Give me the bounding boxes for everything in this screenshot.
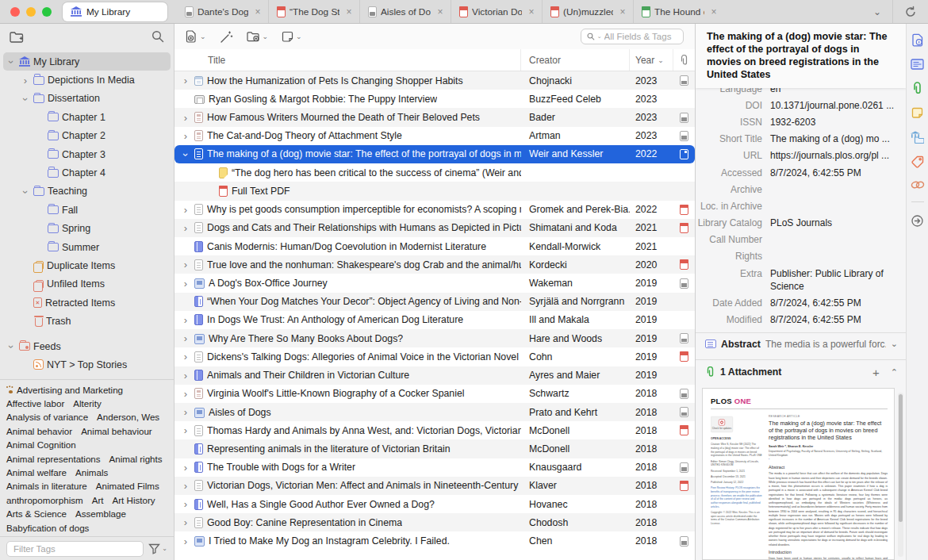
field-value[interactable]: 8/7/2024, 6:42:55 PM [770,313,898,326]
item-row[interactable]: ›In Dogs We Trust: An Anthology of Ameri… [174,311,695,329]
tag-item[interactable]: Animal welfare [6,467,67,478]
sidebar-item-unfiled-items[interactable]: ›Unfiled Items [3,275,171,293]
sidebar-item-feeds[interactable]: ›Feeds [3,337,171,355]
field-value[interactable] [770,250,898,263]
sidebar-item-chapter-2[interactable]: ›Chapter 2 [3,127,171,145]
item-row[interactable]: ›The making of a (dog) movie star: The e… [174,145,695,163]
tag-item[interactable]: Animal Cognition [6,439,76,450]
tag-item[interactable]: Affective labor [6,398,64,408]
attachments-icon[interactable] [911,82,923,95]
item-row[interactable]: ›How the Humanization of Pets Is Changin… [174,71,695,90]
tag-item[interactable]: Animated Films [96,481,159,491]
item-row[interactable]: ›Good Boy: Canine Representation in Cine… [174,513,695,531]
column-header-creator[interactable]: Creator [521,49,630,71]
tag-item[interactable]: Babyfication of dogs [6,523,89,533]
item-row[interactable]: ›Dickens's Talking Dogs: Allegories of A… [174,347,695,366]
items-search-field[interactable]: ⌄ [581,29,684,44]
field-value[interactable] [770,233,898,246]
tags-icon[interactable] [911,155,924,168]
item-row[interactable]: ›Representing animals in the literature … [174,439,695,458]
minimize-window-button[interactable] [26,7,36,17]
tag-item[interactable]: Animal behavior [6,426,72,436]
sidebar-item-chapter-3[interactable]: ›Chapter 3 [3,145,171,163]
close-tab-icon[interactable]: × [252,6,263,17]
collection-search-button[interactable] [151,30,164,43]
sidebar-item-retracted-items[interactable]: ›Retracted Items [3,293,171,312]
column-header-year[interactable]: Year⌄ [630,49,673,71]
sidebar-item-spring[interactable]: ›Spring [3,220,171,238]
field-value[interactable]: 8/7/2024, 6:42:55 PM [770,167,898,179]
tag-item[interactable]: anthropomorphism [6,495,83,505]
item-row[interactable]: ›Animals and Their Children in Victorian… [174,366,695,385]
item-row[interactable]: ›A Dog's Box-Office JourneyWakeman2019 [174,274,695,292]
item-row[interactable]: ›Virginia Woolf's Little-Known Biography… [174,385,695,403]
preview-scrollbar[interactable] [898,393,903,557]
disclosure-chevron-icon[interactable]: › [6,57,17,67]
new-item-button[interactable]: ⌄ [186,30,206,44]
add-attachment-button[interactable]: ⌄ [247,31,269,43]
child-attachment-row[interactable]: ›“The dog hero has been critical to the … [174,163,695,182]
new-note-button[interactable]: ⌄ [282,31,302,43]
notes-icon[interactable] [911,107,923,119]
field-value[interactable]: 10.1371/journal.pone.0261 ... [770,99,898,112]
expand-chevron-icon[interactable]: › [181,407,190,417]
reader-tab[interactable]: Aisles of Dogs - Pra× [359,0,451,23]
item-row[interactable]: ›Aisles of DogsPrato and Kehrt2018 [174,403,695,421]
close-tab-icon[interactable]: × [708,6,719,17]
locate-icon[interactable] [911,214,924,228]
sidebar-item-fall[interactable]: ›Fall [3,201,171,219]
expand-chevron-icon[interactable]: › [181,333,190,343]
sidebar-item-summer[interactable]: ›Summer [3,238,171,256]
expand-chevron-icon[interactable]: › [181,499,190,509]
expand-chevron-icon[interactable]: › [181,370,190,381]
disclosure-chevron-icon[interactable]: › [21,75,30,86]
tab-my-library[interactable]: My Library [63,2,167,21]
sidebar-item-duplicate-items[interactable]: ›Duplicate Items [3,256,171,274]
sidebar-item-teaching[interactable]: ›Teaching [3,182,171,201]
expand-chevron-icon[interactable]: › [181,315,190,325]
filter-tags-input[interactable] [6,541,144,557]
info-icon[interactable] [911,33,924,47]
chevron-up-icon[interactable]: ⌃ [891,367,898,378]
tag-item[interactable]: Assemblage [75,508,126,519]
expand-chevron-icon[interactable]: › [181,351,190,362]
expand-chevron-icon[interactable]: › [181,481,190,491]
tag-item[interactable]: Arts & Science [6,508,67,519]
field-value[interactable]: PLoS Journals [770,217,898,229]
new-collection-button[interactable] [10,31,24,43]
field-value[interactable]: The making of a (dog) mo ... [770,132,898,145]
tag-item[interactable]: Analysis of variance [6,412,88,422]
item-row[interactable]: ›Dogs and Cats and Their Relationships w… [174,219,695,237]
field-value[interactable]: 8/7/2024, 6:42:55 PM [770,297,898,309]
field-value[interactable]: 1932-6203 [770,116,898,128]
sidebar-item-nyt-top-stories[interactable]: ›NYT > Top Stories [3,355,171,374]
item-row[interactable]: ›The Cat-and-Dog Theory of Attachment St… [174,127,695,145]
item-row[interactable]: ›“When Your Dog Matches Your Decor”: Obj… [174,293,695,311]
expand-chevron-icon[interactable]: › [181,278,190,289]
sidebar-item-chapter-1[interactable]: ›Chapter 1 [3,108,171,126]
sidebar-item-dissertation[interactable]: ›Dissertation [3,90,171,108]
tag-item[interactable]: Art [92,495,104,505]
expand-chevron-icon[interactable]: › [181,259,190,270]
disclosure-chevron-icon[interactable]: › [6,342,17,351]
tag-item[interactable]: Animal behaviour [81,426,152,436]
related-icon[interactable] [911,180,925,190]
item-row[interactable]: ›How Famous Writers Mourned the Death of… [174,108,695,126]
reader-tab[interactable]: “The Dog Stole the I× [268,0,359,23]
sidebar-item-trash[interactable]: ›Trash [3,312,171,330]
reader-tab[interactable]: Victorian Dogs, Vict× [451,0,542,23]
close-tab-icon[interactable]: × [526,6,537,17]
item-row[interactable]: ›Why is pet goods consumption impercepti… [174,201,695,219]
tag-item[interactable]: Advertising and Marketing [6,385,123,395]
close-window-button[interactable] [10,7,20,17]
expand-chevron-icon[interactable]: › [181,205,190,215]
field-value[interactable]: https://journals.plos.org/pl ... [770,149,898,162]
item-row[interactable]: ›Ryan Gosling & Margot Robbie: The Puppy… [174,90,695,108]
close-tab-icon[interactable]: × [617,6,628,17]
field-value[interactable] [770,200,898,213]
item-row[interactable]: ›Why Are There So Many Books About Dogs?… [174,329,695,347]
items-search-input[interactable] [604,32,677,41]
expand-chevron-icon[interactable]: › [181,223,190,233]
expand-chevron-icon[interactable]: › [181,113,190,123]
tag-filter-options-button[interactable]: ⌄ [148,543,167,554]
